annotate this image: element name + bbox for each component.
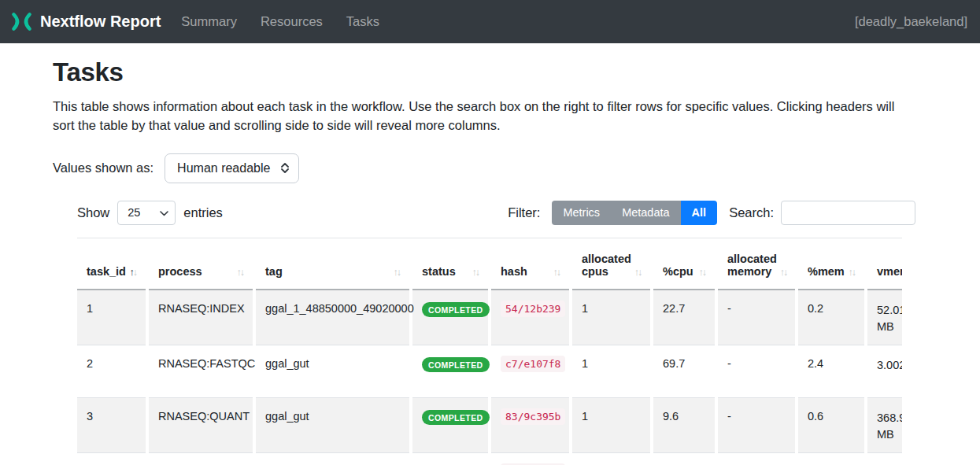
column-header-pcpu[interactable]: %cpu ↑↓: [653, 238, 715, 290]
page-description: This table shows information about each …: [53, 97, 919, 135]
cell-allocated-cpus: 1: [572, 398, 650, 453]
sort-icon: ↑↓: [780, 268, 789, 278]
hash-code: 83/9c395b: [501, 408, 565, 425]
cell-process: RNASEQ:QUANT: [149, 398, 253, 453]
workflow-run-name: [deadly_baekeland]: [855, 14, 967, 29]
tasks-page: Tasks This table shows information about…: [0, 43, 980, 465]
column-header-task-id[interactable]: task_id ↑↓: [77, 238, 146, 290]
tasks-table-wrapper[interactable]: task_id ↑↓ process ↑↓ tag ↑↓ status ↑↓: [77, 238, 902, 465]
filter-button-all[interactable]: All: [681, 201, 718, 225]
status-badge: COMPLETED: [422, 410, 490, 425]
cell-allocated-cpus: 1: [572, 290, 650, 345]
cell-allocated-memory: -: [718, 453, 795, 465]
search-input[interactable]: [781, 201, 915, 225]
cell-process: RNASEQ:FASTQC: [149, 345, 253, 398]
nav-link-resources[interactable]: Resources: [261, 14, 323, 29]
cell-status: COMPLETED: [412, 453, 488, 465]
cell-hash: c7/e107f8: [491, 345, 569, 398]
cell-pmem: 0.6: [798, 398, 864, 453]
chevron-down-icon: [160, 206, 168, 219]
cell-status: COMPLETED: [412, 345, 488, 398]
table-row: 4 MULTIQC - COMPLETED 94/c235e1 1 42.8 -…: [77, 453, 902, 465]
search-label: Search:: [729, 205, 774, 220]
cell-status: COMPLETED: [412, 290, 488, 345]
cell-tag: -: [256, 453, 409, 465]
entries-selected-value: 25: [128, 206, 140, 219]
values-shown-label: Values shown as:: [53, 161, 153, 175]
values-shown-select[interactable]: Human readable: [165, 153, 299, 183]
cell-allocated-cpus: 1: [572, 345, 650, 398]
nextflow-logo-icon: [11, 11, 32, 32]
cell-pcpu: 42.8: [653, 453, 715, 465]
cell-status: COMPLETED: [412, 398, 488, 453]
column-header-tag[interactable]: tag ↑↓: [256, 238, 409, 290]
status-badge: COMPLETED: [422, 357, 490, 372]
cell-allocated-cpus: 1: [572, 453, 650, 465]
cell-vmem: 571.58 MB: [867, 453, 902, 465]
cell-task-id: 2: [77, 345, 146, 398]
chevron-up-down-icon: [281, 163, 289, 173]
cell-tag: ggal_gut: [256, 345, 409, 398]
column-header-allocated-cpus[interactable]: allocated cpus ↑↓: [572, 238, 650, 290]
cell-hash: 54/12b239: [491, 290, 569, 345]
cell-process: RNASEQ:INDEX: [149, 290, 253, 345]
cell-vmem: 52.016 MB: [867, 290, 902, 345]
entries-select[interactable]: 25: [117, 201, 176, 225]
filter-button-metadata[interactable]: Metadata: [611, 201, 680, 225]
cell-tag: ggal_gut: [256, 398, 409, 453]
sort-icon: ↑↓: [699, 268, 708, 278]
values-shown-selected: Human readable: [177, 161, 270, 175]
tasks-table: task_id ↑↓ process ↑↓ tag ↑↓ status ↑↓: [77, 238, 902, 465]
entries-label: entries: [183, 205, 223, 220]
navbar-brand[interactable]: Nextflow Report: [11, 11, 161, 32]
cell-tag: ggal_1_48850000_49020000: [256, 290, 409, 345]
sort-icon: ↑↓: [849, 268, 857, 278]
sort-icon: ↑↓: [237, 268, 246, 278]
navbar-links: Summary Resources Tasks: [181, 14, 379, 29]
top-navbar: Nextflow Report Summary Resources Tasks …: [0, 0, 980, 43]
cell-pmem: 1.4: [798, 453, 864, 465]
cell-hash: 94/c235e1: [491, 453, 569, 465]
show-label: Show: [77, 205, 109, 220]
cell-hash: 83/9c395b: [491, 398, 569, 453]
cell-allocated-memory: -: [718, 398, 795, 453]
sort-asc-active-icon: ↑↓: [130, 268, 139, 278]
table-row: 2 RNASEQ:FASTQC ggal_gut COMPLETED c7/e1…: [77, 345, 902, 398]
cell-pcpu: 22.7: [653, 290, 715, 345]
sort-icon: ↑↓: [553, 268, 562, 278]
column-header-hash[interactable]: hash ↑↓: [491, 238, 569, 290]
cell-allocated-memory: -: [718, 290, 795, 345]
cell-task-id: 1: [77, 290, 146, 345]
column-header-status[interactable]: status ↑↓: [412, 238, 488, 290]
filter-button-group: Metrics Metadata All: [552, 201, 717, 225]
column-header-process[interactable]: process ↑↓: [149, 238, 253, 290]
cell-vmem: 368.95 MB: [867, 398, 902, 453]
cell-pcpu: 69.7: [653, 345, 715, 398]
cell-task-id: 3: [77, 398, 146, 453]
nav-link-summary[interactable]: Summary: [181, 14, 237, 29]
brand-title: Nextflow Report: [40, 13, 161, 31]
table-controls: Show 25 entries Filter: Metrics Metadata…: [77, 201, 915, 225]
cell-pcpu: 9.6: [653, 398, 715, 453]
filter-button-metrics[interactable]: Metrics: [552, 201, 611, 225]
status-badge: COMPLETED: [422, 302, 490, 317]
hash-code: 54/12b239: [501, 301, 565, 317]
column-header-pmem[interactable]: %mem ↑↓: [798, 238, 864, 290]
sort-icon: ↑↓: [634, 268, 643, 278]
column-header-vmem[interactable]: vmem ↑↓: [867, 238, 902, 290]
sort-icon: ↑↓: [394, 268, 402, 278]
column-header-allocated-memory[interactable]: allocated memory ↑↓: [718, 238, 795, 290]
sort-icon: ↑↓: [472, 268, 481, 278]
cell-pmem: 2.4: [798, 345, 864, 398]
table-row: 1 RNASEQ:INDEX ggal_1_48850000_49020000 …: [77, 290, 902, 345]
hash-code: c7/e107f8: [501, 356, 565, 372]
cell-vmem: 3.002: [867, 345, 902, 398]
cell-task-id: 4: [77, 453, 146, 465]
page-title: Tasks: [53, 57, 929, 87]
table-row: 3 RNASEQ:QUANT ggal_gut COMPLETED 83/9c3…: [77, 398, 902, 453]
nav-link-tasks[interactable]: Tasks: [346, 14, 379, 29]
filter-label: Filter:: [508, 205, 540, 220]
cell-allocated-memory: -: [718, 345, 795, 398]
cell-process: MULTIQC: [149, 453, 253, 465]
cell-pmem: 0.2: [798, 290, 864, 345]
